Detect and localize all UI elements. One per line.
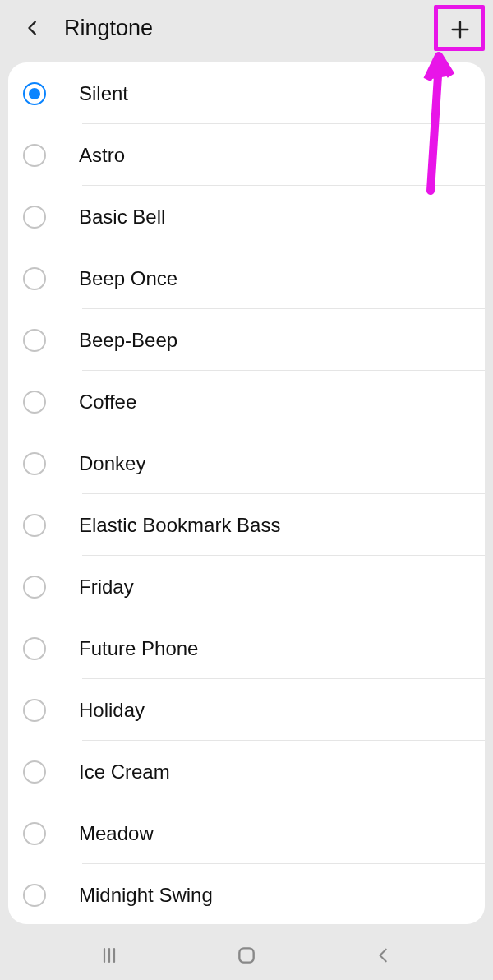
radio-button[interactable] (23, 884, 46, 907)
ringtone-label: Ice Cream (79, 760, 170, 784)
navigation-bar (0, 931, 493, 980)
back-icon (375, 946, 393, 964)
ringtone-item-coffee[interactable]: Coffee (8, 371, 485, 432)
ringtone-label: Elastic Bookmark Bass (79, 514, 280, 537)
ringtone-label: Future Phone (79, 637, 198, 660)
ringtone-label: Coffee (79, 391, 136, 414)
ringtone-item-ice-cream[interactable]: Ice Cream (8, 741, 485, 802)
chevron-left-icon (24, 19, 42, 37)
radio-button[interactable] (23, 514, 46, 537)
radio-button[interactable] (23, 760, 46, 784)
ringtone-label: Beep-Beep (79, 329, 177, 352)
ringtone-item-holiday[interactable]: Holiday (8, 679, 485, 741)
home-button[interactable] (226, 935, 267, 976)
radio-button[interactable] (23, 452, 46, 475)
ringtone-label: Midnight Swing (79, 884, 213, 907)
recents-icon (99, 945, 119, 965)
radio-button[interactable] (23, 82, 46, 105)
ringtone-label: Holiday (79, 699, 145, 722)
ringtone-list: Silent Astro Basic Bell Beep Once Beep-B… (8, 62, 485, 924)
ringtone-label: Beep Once (79, 267, 177, 290)
recents-button[interactable] (89, 935, 130, 976)
radio-button[interactable] (23, 576, 46, 599)
radio-button[interactable] (23, 329, 46, 352)
ringtone-label: Friday (79, 576, 134, 599)
ringtone-item-midnight-swing[interactable]: Midnight Swing (8, 864, 485, 924)
add-ringtone-button[interactable] (442, 12, 478, 48)
ringtone-item-silent[interactable]: Silent (8, 62, 485, 124)
ringtone-item-elastic-bookmark-bass[interactable]: Elastic Bookmark Bass (8, 494, 485, 556)
ringtone-item-beep-once[interactable]: Beep Once (8, 247, 485, 309)
ringtone-item-astro[interactable]: Astro (8, 124, 485, 186)
radio-button[interactable] (23, 391, 46, 414)
radio-button[interactable] (23, 822, 46, 845)
radio-button[interactable] (23, 206, 46, 229)
home-icon (236, 945, 257, 966)
plus-icon (449, 18, 472, 41)
ringtone-item-meadow[interactable]: Meadow (8, 802, 485, 864)
ringtone-item-donkey[interactable]: Donkey (8, 432, 485, 494)
ringtone-label: Silent (79, 82, 128, 105)
ringtone-item-future-phone[interactable]: Future Phone (8, 617, 485, 679)
ringtone-label: Donkey (79, 452, 145, 475)
radio-button[interactable] (23, 637, 46, 660)
ringtone-item-friday[interactable]: Friday (8, 556, 485, 617)
radio-button[interactable] (23, 267, 46, 290)
nav-back-button[interactable] (363, 935, 404, 976)
ringtone-label: Astro (79, 144, 125, 167)
header: Ringtone (0, 0, 493, 56)
ringtone-item-basic-bell[interactable]: Basic Bell (8, 186, 485, 247)
svg-rect-0 (239, 948, 253, 962)
ringtone-label: Basic Bell (79, 206, 165, 229)
radio-button[interactable] (23, 699, 46, 722)
ringtone-label: Meadow (79, 822, 154, 845)
back-button[interactable] (16, 12, 49, 44)
radio-button[interactable] (23, 144, 46, 167)
ringtone-item-beep-beep[interactable]: Beep-Beep (8, 309, 485, 371)
page-title: Ringtone (64, 16, 153, 41)
